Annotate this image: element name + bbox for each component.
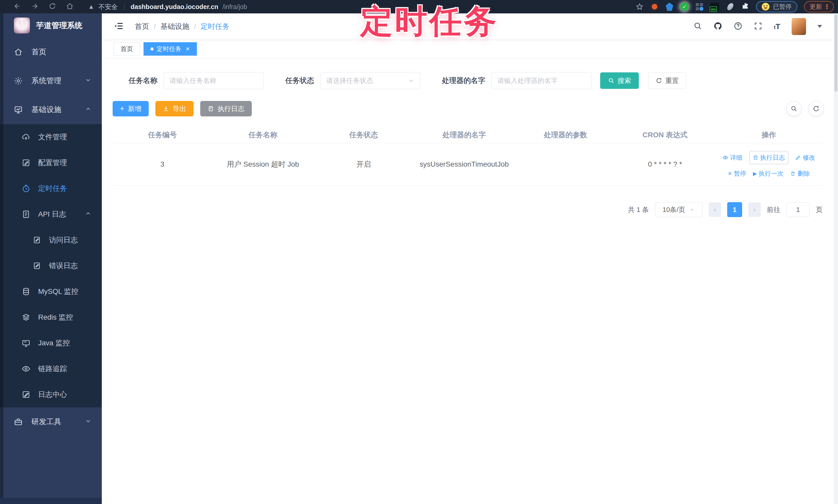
tab-home[interactable]: 首页 xyxy=(114,42,140,56)
tab-label: 定时任务 xyxy=(157,45,181,53)
close-tab-icon[interactable]: ✕ xyxy=(186,46,190,52)
security-label[interactable]: 不安全 xyxy=(99,3,118,11)
user-avatar[interactable] xyxy=(792,18,806,35)
refresh-table-button[interactable] xyxy=(809,101,824,116)
sidebar-item-home[interactable]: 首页 xyxy=(0,38,102,67)
handler-name-input[interactable] xyxy=(491,72,591,89)
prev-page-button[interactable]: ‹ xyxy=(709,202,721,217)
search-icon xyxy=(608,77,615,84)
sidebar-scrollbar[interactable] xyxy=(0,13,3,504)
sidebar-item-redis-monitor[interactable]: Redis 监控 xyxy=(0,304,102,330)
next-page-button[interactable]: › xyxy=(748,202,761,217)
browser-menu-dots-icon[interactable]: ⁝ xyxy=(826,5,828,8)
breadcrumb-infrastructure[interactable]: 基础设施 xyxy=(160,22,189,32)
detail-link[interactable]: 详细 xyxy=(722,154,743,162)
url-separator xyxy=(124,3,124,10)
app-title: 芋道管理系统 xyxy=(36,20,83,31)
current-page-button[interactable]: 1 xyxy=(727,202,742,217)
sidebar-item-mysql-monitor[interactable]: MySQL 监控 xyxy=(0,278,102,304)
collapse-sidebar-icon[interactable] xyxy=(114,21,124,32)
address-bar[interactable]: ▲ 不安全 dashboard.yudao.iocoder.cn /infra/… xyxy=(88,3,247,11)
help-icon[interactable] xyxy=(734,22,743,32)
run-once-link[interactable]: ▶ 执行一次 xyxy=(753,169,783,178)
tab-scheduled-tasks[interactable]: 定时任务 ✕ xyxy=(143,42,197,56)
breadcrumb: 首页 / 基础设施 / 定时任务 xyxy=(135,22,230,32)
task-status-placeholder: 请选择任务状态 xyxy=(326,76,373,85)
sidebar-item-java-monitor[interactable]: Java 监控 xyxy=(0,330,102,356)
sidebar-item-label: 配置管理 xyxy=(38,158,67,168)
sidebar-item-access-logs[interactable]: 访问日志 xyxy=(0,227,102,253)
extensions-puzzle-icon[interactable] xyxy=(741,3,749,11)
page-scrollbar[interactable] xyxy=(834,13,838,504)
sidebar-item-label: 日志中心 xyxy=(38,390,67,399)
task-status-select[interactable]: 请选择任务状态 xyxy=(320,72,420,89)
reload-icon[interactable] xyxy=(49,2,56,11)
fullscreen-icon[interactable] xyxy=(754,22,763,32)
github-icon[interactable] xyxy=(714,22,722,32)
sidebar-item-scheduled-tasks[interactable]: 定时任务 xyxy=(0,176,102,201)
sidebar-item-api-logs[interactable]: API 日志 xyxy=(0,201,102,227)
extension-orange-icon[interactable] xyxy=(650,3,659,11)
url-domain[interactable]: dashboard.yudao.iocoder.cn xyxy=(130,3,218,11)
avatar-caret-icon[interactable] xyxy=(817,25,822,28)
sidebar-item-label: 基础设施 xyxy=(32,105,61,115)
scrollbar-thumb[interactable] xyxy=(834,14,837,92)
reset-button[interactable]: 重置 xyxy=(648,72,686,89)
toggle-search-button[interactable] xyxy=(786,101,801,116)
on-badge-label: on xyxy=(710,6,717,12)
home-icon[interactable] xyxy=(66,2,74,11)
document-icon xyxy=(22,210,30,219)
sidebar-item-dev-tools[interactable]: 研发工具 xyxy=(0,408,102,436)
sidebar-item-file-mgmt[interactable]: 文件管理 xyxy=(0,124,102,150)
sidebar-item-label: MySQL 监控 xyxy=(38,287,78,296)
page-size-select[interactable]: 10条/页 xyxy=(655,202,702,217)
table-header-row: 任务编号 任务名称 任务状态 处理器的名字 处理器的参数 CRON 表达式 操作 xyxy=(112,127,824,143)
main-area: 首页 / 基础设施 / 定时任务 tT 首页 xyxy=(102,13,834,504)
exec-log-button[interactable]: 执行日志 xyxy=(200,101,252,116)
font-size-icon[interactable]: tT xyxy=(774,22,780,31)
breadcrumb-home[interactable]: 首页 xyxy=(135,22,149,32)
pause-link[interactable]: ✕ 暂停 xyxy=(728,169,746,178)
annotation-watermark: 定时任务 xyxy=(360,0,499,43)
sidebar-item-config-mgmt[interactable]: 配置管理 xyxy=(0,150,102,176)
task-name-input[interactable] xyxy=(164,72,264,89)
back-icon[interactable] xyxy=(13,2,21,11)
download-icon xyxy=(162,105,169,112)
sidebar-item-error-logs[interactable]: 错误日志 xyxy=(0,253,102,278)
app-logo-avatar xyxy=(14,18,30,34)
extension-feather-icon[interactable] xyxy=(724,1,736,13)
add-button[interactable]: + 新增 xyxy=(112,101,149,116)
row-exec-log-link[interactable]: 执行日志 xyxy=(749,151,788,164)
url-path[interactable]: /infra/job xyxy=(222,3,247,11)
refresh-icon xyxy=(656,77,662,84)
sidebar-item-system-mgmt[interactable]: 系统管理 xyxy=(0,67,102,95)
cell-actions: 详细 执行日志 修改 xyxy=(714,151,824,178)
extension-blue-icon[interactable] xyxy=(665,3,674,11)
paused-extension-pill[interactable]: 已暂停 xyxy=(756,1,797,12)
cell-cron: 0 * * * * ? * xyxy=(616,160,714,168)
search-button[interactable]: 搜索 xyxy=(600,72,639,89)
insecure-warning-icon: ▲ xyxy=(88,3,94,10)
sidebar-item-infrastructure[interactable]: 基础设施 xyxy=(0,95,102,124)
update-browser-pill[interactable]: 更新 ⁝ xyxy=(804,1,834,12)
clipboard-icon xyxy=(207,105,214,112)
extension-on-badge-icon[interactable]: on xyxy=(710,3,719,11)
sidebar-bottom-strip xyxy=(0,498,102,504)
delete-link[interactable]: 删除 xyxy=(790,169,810,178)
filter-handler-name: 处理器的名字 xyxy=(442,72,591,89)
bookmark-star-icon[interactable] xyxy=(635,3,644,11)
extension-grid-icon[interactable] xyxy=(695,3,703,11)
chevron-down-icon xyxy=(689,207,695,213)
extension-green-check-icon[interactable]: ✓ xyxy=(680,3,688,11)
search-icon[interactable] xyxy=(694,22,702,32)
export-button-label: 导出 xyxy=(173,104,186,113)
forward-icon[interactable] xyxy=(31,2,39,11)
goto-page-input[interactable] xyxy=(786,202,810,217)
sidebar-item-tracing[interactable]: 链路追踪 xyxy=(0,356,102,382)
export-button[interactable]: 导出 xyxy=(155,101,193,116)
sidebar-item-log-center[interactable]: 日志中心 xyxy=(0,382,102,408)
chevron-down-icon xyxy=(85,418,91,426)
edit-link[interactable]: 修改 xyxy=(795,154,815,162)
handler-name-label: 处理器的名字 xyxy=(442,76,485,86)
app-logo-row[interactable]: 芋道管理系统 xyxy=(0,13,102,38)
